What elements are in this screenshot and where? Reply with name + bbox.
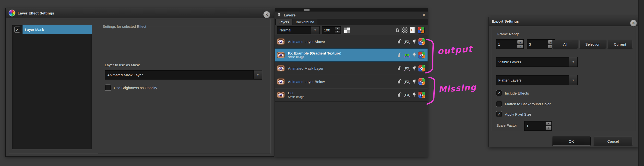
frame-end-spinner[interactable]: 3 ▲ ▼ xyxy=(527,39,554,49)
opacity-spinner[interactable]: 100 ▲ ▼ xyxy=(322,26,341,34)
effect-dialog-titlebar[interactable]: Layer Effect Settings xyxy=(6,8,274,18)
brightness-opacity-option[interactable]: ✓ Use Brightness as Opacity xyxy=(105,85,157,91)
tab-background[interactable]: Background xyxy=(292,19,317,25)
scale-factor-label: Scale Factor xyxy=(496,123,517,127)
export-dialog-close-button[interactable]: ✕ xyxy=(630,20,637,27)
frame-start-down-button[interactable]: ▼ xyxy=(517,44,523,48)
effect-dialog-title: Layer Effect Settings xyxy=(18,11,54,15)
mask-layer-dropdown-button[interactable]: ▼ xyxy=(254,70,262,79)
unlock-icon[interactable] xyxy=(397,65,402,71)
tab-layers[interactable]: Layers xyxy=(276,19,292,25)
layers-panel-close-icon[interactable]: ✕ xyxy=(422,13,425,17)
unlock-icon[interactable] xyxy=(397,52,402,58)
visibility-bulb-icon[interactable] xyxy=(412,79,416,84)
down-arrow-icon: ▼ xyxy=(550,45,552,48)
opacity-down-button[interactable]: ▼ xyxy=(335,30,340,33)
frame-start-up-button[interactable]: ▲ xyxy=(517,40,523,44)
fx-letters: FX xyxy=(405,40,409,43)
layers-toolbar: Normal ▼ 100 ▲ ▼ F G xyxy=(275,25,428,35)
up-arrow-icon: ▲ xyxy=(519,41,521,43)
effect-enabled-checkbox[interactable]: ✓ xyxy=(14,27,20,33)
blend-mode-dropdown-button[interactable]: ▼ xyxy=(311,27,319,34)
gale-frame-icon[interactable]: G xyxy=(418,78,425,85)
fx-toggle-icon[interactable]: FX xyxy=(404,52,410,58)
range-current-button[interactable]: Current xyxy=(608,40,632,49)
gale-letter: G xyxy=(420,93,423,97)
layer-name: BG xyxy=(288,91,304,95)
visibility-bulb-icon[interactable] xyxy=(412,65,416,71)
layer-list: Animated Layer Above FX G FX Example (Gr… xyxy=(275,35,428,157)
brightness-checkbox[interactable]: ✓ xyxy=(105,85,111,91)
window-edge-strip xyxy=(638,0,644,166)
fx-toggle-icon[interactable]: FX xyxy=(404,79,410,84)
layer-row-animated-layer-below[interactable]: Animated Layer Below FX G xyxy=(275,75,428,89)
fx-toggle-icon[interactable]: FX xyxy=(404,39,410,44)
mask-layer-value: Animated Mask Layer xyxy=(105,70,254,79)
effect-label[interactable]: Layer Mask xyxy=(22,25,92,34)
fx-toggle-icon[interactable]: FX xyxy=(404,92,410,98)
include-effects-option[interactable]: ✓ Include Effects xyxy=(496,90,529,96)
unlock-icon[interactable] xyxy=(397,92,402,98)
flatten-mode-select[interactable]: Flatten Layers ▼ xyxy=(496,75,578,85)
layer-row-fx-example[interactable]: FX Example (Gradient Texture) Static Ima… xyxy=(275,48,428,62)
layer-name: Animated Layer Above xyxy=(288,40,325,44)
include-effects-checkbox[interactable]: ✓ xyxy=(496,90,502,96)
flatten-background-option[interactable]: ✓ Flatten to Background Color xyxy=(496,101,551,107)
effect-list-item-layer-mask[interactable]: ✓ Layer Mask xyxy=(12,25,92,34)
visibility-bulb-icon[interactable] xyxy=(412,92,416,98)
fx-toggle-icon[interactable]: FX xyxy=(404,65,410,71)
layer-row-animated-mask-layer[interactable]: Animated Mask Layer FX G xyxy=(275,62,428,75)
gale-letter: G xyxy=(420,66,423,70)
flatten-mode-dropdown-button[interactable]: ▼ xyxy=(569,75,578,85)
flatten-mode-value: Flatten Layers xyxy=(496,75,569,85)
layer-name: Animated Mask Layer xyxy=(288,66,324,70)
opacity-value: 100 xyxy=(322,27,334,34)
opacity-up-button[interactable]: ▲ xyxy=(335,27,340,30)
frame-page-icon[interactable]: F xyxy=(410,27,416,33)
layers-panel: Layers ✕ Layers Background Normal ▼ 100 … xyxy=(275,8,428,157)
layer-row-bg[interactable]: BG Static Image FX G xyxy=(275,89,428,102)
frame-start-spinner[interactable]: 1 ▲ ▼ xyxy=(496,39,524,49)
transparency-checker-swatch[interactable] xyxy=(344,27,350,33)
graphicsgale-icon[interactable]: G xyxy=(418,27,424,34)
layers-mode-select[interactable]: Visible Layers ▼ xyxy=(496,57,578,67)
layers-mode-dropdown-button[interactable]: ▼ xyxy=(569,57,578,66)
grip-handle[interactable] xyxy=(304,9,310,11)
layers-panel-header[interactable]: Layers ✕ xyxy=(275,12,428,19)
check-icon: ✓ xyxy=(498,113,501,116)
scale-down-button[interactable]: ▼ xyxy=(546,126,552,130)
pin-icon[interactable] xyxy=(278,13,281,18)
unlock-icon[interactable] xyxy=(397,79,402,84)
halftone-icon[interactable] xyxy=(402,27,408,33)
scale-up-button[interactable]: ▲ xyxy=(546,122,552,125)
gale-frame-icon[interactable]: G xyxy=(418,52,425,58)
visibility-bulb-icon[interactable] xyxy=(412,52,416,58)
unlock-icon[interactable] xyxy=(397,39,402,44)
export-dialog-titlebar[interactable]: Export Settings xyxy=(489,17,639,26)
visibility-bulb-icon[interactable] xyxy=(412,39,416,44)
panel-grip-bar[interactable] xyxy=(275,8,428,12)
mask-layer-select[interactable]: Animated Mask Layer ▼ xyxy=(105,70,262,79)
ok-button[interactable]: OK xyxy=(552,136,590,146)
gale-letter: G xyxy=(420,40,423,44)
gale-frame-icon[interactable]: G xyxy=(418,38,425,45)
gale-frame-icon[interactable]: G xyxy=(418,65,425,72)
gale-frame-icon[interactable]: G xyxy=(418,91,425,98)
apply-pixel-size-checkbox[interactable]: ✓ xyxy=(496,111,502,117)
flatten-background-checkbox[interactable]: ✓ xyxy=(496,101,502,107)
frame-start-value: 1 xyxy=(496,40,517,49)
settings-groupbox: Settings for selected Effect Layer to us… xyxy=(98,27,270,154)
apply-pixel-size-option[interactable]: ✓ Apply Pixel Size xyxy=(496,111,531,117)
range-selection-button[interactable]: Selection xyxy=(579,40,606,49)
range-all-button[interactable]: All xyxy=(552,40,578,49)
button-label: All xyxy=(563,42,567,46)
layer-row-animated-layer-above[interactable]: Animated Layer Above FX G xyxy=(275,35,428,48)
scale-factor-spinner[interactable]: 1 ▲ ▼ xyxy=(524,121,552,131)
blend-mode-select[interactable]: Normal ▼ xyxy=(277,26,320,34)
cancel-button[interactable]: Cancel xyxy=(594,136,632,146)
annotation-output: output xyxy=(437,44,473,56)
close-icon: ✕ xyxy=(632,21,635,25)
lock-icon[interactable] xyxy=(396,28,400,33)
button-label: Current xyxy=(614,42,626,46)
effect-dialog-close-button[interactable]: ✕ xyxy=(263,11,270,18)
